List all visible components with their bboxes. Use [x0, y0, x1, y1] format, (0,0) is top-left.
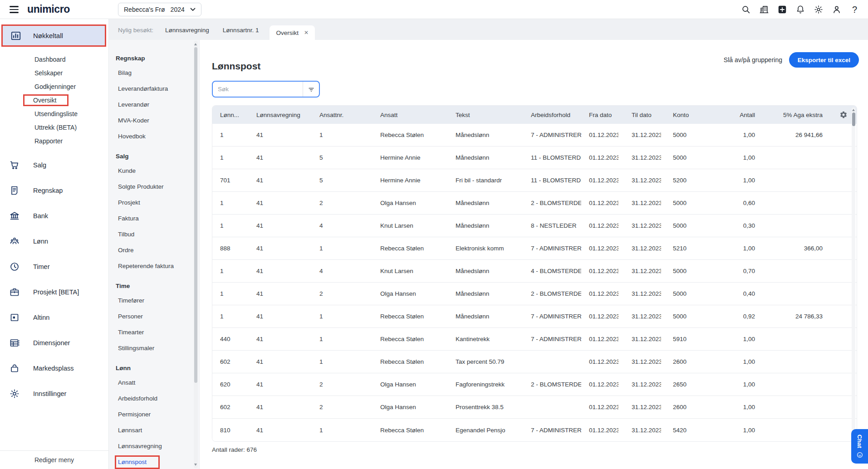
submenu-item[interactable]: Stillingsmaler — [109, 340, 199, 356]
company-name: Rebecca's Frø — [124, 6, 165, 13]
submenu-item[interactable]: Lønnsart — [109, 422, 199, 438]
settings-gear-icon[interactable] — [813, 5, 824, 15]
search-icon[interactable] — [740, 5, 751, 15]
search-input[interactable] — [213, 85, 303, 93]
submenu-item[interactable]: Hovedbok — [109, 128, 199, 144]
submenu-item[interactable]: Timefører — [109, 293, 199, 308]
column-header[interactable]: Ansattnr. — [312, 112, 373, 118]
sidebar-sub-item[interactable]: Uttrekk (BETA) — [0, 121, 108, 134]
table-row[interactable]: 1 41 5 Hermine Annie Månedslønn 11 - BLO… — [212, 147, 857, 169]
cell-antall: 1,00 — [701, 427, 760, 434]
table-scrollbar[interactable] — [852, 107, 855, 439]
cell-konto: 2600 — [665, 358, 701, 365]
sidebar-sub-item[interactable]: Oversikt — [0, 93, 108, 107]
submenu-scrollbar[interactable] — [194, 41, 198, 468]
add-icon[interactable] — [777, 5, 787, 15]
submenu-item[interactable]: Arbeidsforhold — [109, 391, 199, 406]
chat-button[interactable]: Chat — [851, 429, 868, 464]
submenu-item[interactable]: Personer — [109, 308, 199, 324]
table-row[interactable]: 1 41 1 Rebecca Stølen Månedslønn 7 - ADM… — [212, 305, 857, 328]
submenu-item[interactable]: Permisjoner — [109, 406, 199, 422]
sidebar-item-regnskap[interactable]: Regnskap — [0, 178, 108, 203]
close-icon[interactable]: ✕ — [304, 29, 309, 36]
sidebar-sub-item[interactable]: Godkjenninger — [0, 80, 108, 93]
submenu-item[interactable]: Prosjekt — [109, 195, 199, 210]
sidebar-sub-item[interactable]: Rapporter — [0, 134, 108, 148]
tab-oversikt-active[interactable]: Oversikt ✕ — [270, 25, 315, 40]
submenu-item[interactable]: Ansatt — [109, 375, 199, 391]
sidebar-sub-item[interactable]: Dashboard — [0, 53, 108, 66]
column-header[interactable]: Antall — [701, 112, 760, 118]
sidebar-sub-item[interactable]: Selskaper — [0, 66, 108, 80]
table-row[interactable]: 602 41 2 Olga Hansen Prosenttrekk 38.5 0… — [212, 396, 857, 419]
sidebar-item-timer[interactable]: Timer — [0, 254, 108, 279]
scrollbar-thumb[interactable] — [852, 112, 855, 126]
column-header[interactable]: Fra dato — [581, 112, 624, 118]
sidebar-item-bank[interactable]: Bank — [0, 203, 108, 229]
edit-menu-button[interactable]: Rediger meny — [0, 450, 108, 469]
sidebar-item-prosjekt[interactable]: Prosjekt [BETA] — [0, 279, 108, 305]
help-icon[interactable]: ? — [849, 5, 860, 15]
grouping-toggle-button[interactable]: Slå av/på gruppering — [724, 56, 782, 64]
table-row[interactable]: 1 41 2 Olga Hansen Månedslønn 2 - BLOMST… — [212, 192, 857, 215]
scroll-up-icon[interactable] — [194, 43, 197, 45]
scroll-up-icon[interactable] — [852, 109, 855, 111]
cell-ansatt: Olga Hansen — [373, 381, 448, 388]
submenu-item[interactable]: Ordre — [109, 242, 199, 258]
column-header[interactable]: Til dato — [624, 112, 665, 118]
submenu-item[interactable]: Repeterende faktura — [109, 258, 199, 274]
table-row[interactable]: 440 41 1 Rebecca Stølen Kantinetrekk 7 -… — [212, 328, 857, 351]
submenu-item[interactable]: Leverandørfaktura — [109, 81, 199, 97]
filter-icon[interactable] — [303, 82, 319, 97]
cell-fra-dato: 01.12.2023 — [581, 336, 624, 343]
submenu-item[interactable]: MVA-Koder — [109, 112, 199, 128]
submenu-item[interactable]: Bilag — [109, 65, 199, 81]
table-row[interactable]: 810 41 1 Rebecca Stølen Egenandel Pensjo… — [212, 419, 857, 441]
table-body: 1 41 1 Rebecca Stølen Månedslønn 7 - ADM… — [212, 124, 857, 441]
company-selector[interactable]: Rebecca's Frø 2024 — [118, 3, 201, 16]
submenu-item[interactable]: Lønnsavregning — [109, 438, 199, 454]
submenu-item[interactable]: Tilbud — [109, 226, 199, 242]
table-row[interactable]: 1 41 4 Knut Larsen Månedslønn 8 - NESTLE… — [212, 215, 857, 237]
table-row[interactable]: 620 41 2 Olga Hansen Fagforeningstrekk 2… — [212, 373, 857, 396]
submenu-group-regnskap: Regnskap BilagLeverandørfakturaLeverandø… — [109, 52, 199, 144]
export-excel-button[interactable]: Eksporter til excel — [789, 52, 859, 68]
sidebar-item-innstillinger[interactable]: Innstillinger — [0, 381, 108, 406]
scrollbar-thumb[interactable] — [194, 47, 197, 383]
table-row[interactable]: 602 41 1 Rebecca Stølen Tax percent 50.7… — [212, 351, 857, 373]
submenu-item[interactable]: Faktura — [109, 210, 199, 226]
notifications-bell-icon[interactable] — [795, 5, 805, 15]
table-row[interactable]: 1 41 4 Knut Larsen Månedslønn 4 - BLOMST… — [212, 260, 857, 283]
column-header[interactable]: Arbeidsforhold — [523, 112, 581, 118]
submenu-item[interactable]: Lønnspost — [109, 454, 199, 469]
column-header[interactable]: Lønn... — [212, 112, 249, 118]
table-row[interactable]: 701 41 5 Hermine Annie Fri bil - standar… — [212, 169, 857, 192]
column-header[interactable]: Konto — [665, 112, 701, 118]
sidebar-item-dimensjoner[interactable]: Dimensjoner — [0, 330, 108, 356]
company-building-icon[interactable] — [759, 5, 769, 15]
table-row[interactable]: 1 41 1 Rebecca Stølen Månedslønn 7 - ADM… — [212, 124, 857, 147]
cell-lonnsavregning: 41 — [249, 381, 312, 388]
submenu-item[interactable]: Kunde — [109, 163, 199, 179]
table-row[interactable]: 1 41 2 Olga Hansen Månedslønn 2 - BLOMST… — [212, 283, 857, 305]
scroll-down-icon[interactable] — [194, 464, 197, 466]
submenu-item[interactable]: Solgte Produkter — [109, 179, 199, 195]
sidebar-item-nokkeltall[interactable]: Nøkkeltall — [1, 24, 106, 47]
column-header[interactable]: Lønnsavregning — [249, 112, 312, 118]
submenu-item[interactable]: Leverandør — [109, 97, 199, 112]
column-header[interactable]: Ansatt — [373, 112, 448, 118]
submenu-item[interactable]: Timearter — [109, 324, 199, 340]
cell-antall: 0,92 — [701, 313, 760, 320]
column-header[interactable]: Tekst — [448, 112, 523, 118]
column-header[interactable]: 5% Aga ekstra — [760, 112, 827, 118]
sidebar-item-lonn[interactable]: Lønn — [0, 229, 108, 254]
menu-icon[interactable] — [10, 6, 19, 13]
user-icon[interactable] — [831, 5, 842, 15]
sidebar-item-markedsplass[interactable]: Markedsplass — [0, 356, 108, 381]
table-row[interactable]: 888 41 1 Rebecca Stølen Elektronisk komm… — [212, 237, 857, 260]
tab-lonnsartnr[interactable]: Lønnsartnr. 1 — [223, 27, 259, 34]
tab-lonnsavregning[interactable]: Lønnsavregning — [165, 27, 209, 34]
sidebar-sub-item[interactable]: Utsendingsliste — [0, 107, 108, 121]
sidebar-item-altinn[interactable]: Altinn — [0, 305, 108, 330]
sidebar-item-salg[interactable]: Salg — [0, 152, 108, 178]
